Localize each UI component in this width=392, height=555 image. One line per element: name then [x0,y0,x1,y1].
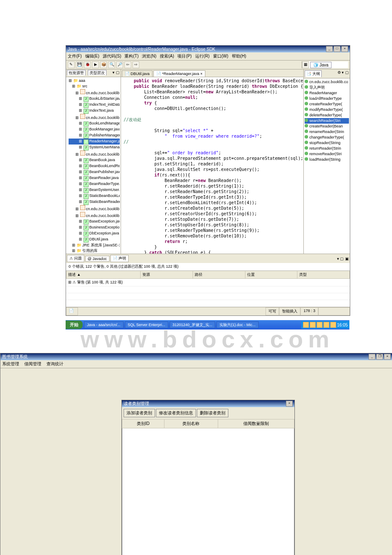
type-hierarchy-tab[interactable]: 类型层次 [88,70,107,75]
warnings-group[interactable]: ⊞ ⚠ 警告 (第 100 项, 共 122 项) [66,279,350,286]
tree-node[interactable]: ⊞ JBookLendManager.java [69,121,120,127]
declaration-tab[interactable]: 📄 声明 [110,255,129,262]
eclipse-menubar[interactable]: 文件(F)编辑(E)源代码(S)重构(T)浏览(N)搜索(A)项目(P)运行(R… [66,52,350,61]
restore-icon[interactable]: ❐ [376,354,383,360]
outline-item[interactable]: changeReaderType( [305,135,349,140]
outline-item[interactable]: deleteReaderType( [305,113,349,118]
new-icon[interactable]: ✎ [68,61,75,68]
column-header[interactable]: 类型 [297,271,350,279]
problems-view-menu-icon[interactable]: ▾ ▢ ▣ [337,257,349,261]
close-icon[interactable]: × [286,401,293,407]
tree-node[interactable]: ⊞ cn.edu.zucc.booklib.util [69,212,120,219]
column-header[interactable]: 位置 [245,271,297,279]
tree-node[interactable]: ⊞ JStaticBeanBookLend.java [69,193,120,199]
outline-item[interactable]: createReaderType( [305,101,349,107]
tree-node[interactable]: ⊞ JBeanPublisher.java [69,169,120,175]
editor-tabs[interactable]: 📄 DBUtil.java 📄 *ReaderManager.java × [121,69,303,77]
dialog-button[interactable]: 添加读者类别 [124,409,155,417]
outline-item[interactable]: stopReader(String [305,140,349,146]
dialog-button[interactable]: 删除读者类别 [197,409,228,417]
dialog-button[interactable]: 修改读者类别信息 [156,409,196,417]
outline-toolbar-icon[interactable]: ⚙ ▾ ▢ [337,70,349,77]
column-header[interactable]: 路径 [193,271,245,279]
tree-node[interactable]: ⊞ JIndexText.java [69,108,120,114]
column-header[interactable]: 借阅数量限制 [218,419,294,428]
reader-type-dialog[interactable]: 读者类别管理 × 添加读者类别修改读者类别信息删除读者类别 类别ID类别名称借阅… [121,400,295,555]
tree-node[interactable]: ⊞ JBeanBook.java [69,157,120,163]
search-icon[interactable]: 🔎 [116,61,123,68]
tree-node[interactable]: ⊞ 📁 src [69,84,120,89]
tree-node[interactable]: ⊞ JBeanBookLendRecord.java [69,163,120,169]
problems-tab[interactable]: ⚠ 问题 [67,255,84,262]
minimize-icon[interactable]: _ [369,354,375,360]
booklib-titlebar[interactable]: 图书管理系统 _ ❐ × [0,353,392,360]
tree-node[interactable]: ⊞ JBeanSystemUser.java [69,187,120,193]
menu-item[interactable]: 查询统计 [46,361,63,366]
package-icon[interactable]: 📦 [100,61,107,68]
outline-item[interactable]: removeReader(Stri [305,151,349,157]
minimize-icon[interactable]: _ [326,46,333,52]
menu-item[interactable]: 项目(P) [177,54,191,58]
debug-icon[interactable]: 🐞 [84,61,91,68]
editor-tab[interactable]: 📄 *ReaderManager.java × [153,70,205,77]
menu-item[interactable]: 窗口(W) [213,54,228,58]
tree-node[interactable]: ⊞ JSystemUserManager.java [69,145,120,150]
column-header[interactable]: 描述 ▲ [66,271,141,279]
nav-fwd-icon[interactable]: ⇨ [133,61,139,68]
tree-node[interactable]: ⊞ 📁 引用的库 [69,248,120,254]
tree-node[interactable]: ⊞ JBeanReaderType.java [69,181,120,187]
code-editor[interactable]: public void removeReader(String id,Strin… [121,77,303,254]
outline-view[interactable]: 📑 大纲 ⚙ ▾ ▢ cn.edu.zucc.booklib.co导入声明Rea… [303,69,350,254]
tree-node[interactable]: ⊞ 📁 JRE 系统库 [JavaSE-1.6] [69,243,120,248]
start-button[interactable]: 开始 [66,321,83,329]
maximize-icon[interactable]: □ [334,46,340,52]
close-icon[interactable]: × [384,354,391,360]
outline-tab[interactable]: 📑 大纲 [305,70,322,77]
column-header[interactable]: 类别ID [122,419,164,428]
tree-node[interactable]: ⊞ cn.edu.zucc.booklib.ui [69,205,120,212]
outline-item[interactable]: loadAllReaderType [305,96,349,101]
save-icon[interactable]: 💾 [76,61,83,68]
tree-node[interactable]: ⊞ cn.edu.zucc.booklib [69,89,120,96]
javadoc-tab[interactable]: @ Javadoc [85,256,110,262]
menu-item[interactable]: 运行(R) [195,54,210,58]
menu-item[interactable]: 借阅管理 [24,361,41,366]
nav-back-icon[interactable]: ⇦ [124,61,131,68]
menu-item[interactable]: 浏览(N) [142,54,156,58]
column-header[interactable]: 类别名称 [164,419,218,428]
tree-node[interactable]: ⊞ JReaderManager.java [69,139,120,145]
tree-node[interactable]: ⊞ JDbException.java [69,231,120,237]
package-explorer-view[interactable]: 包资源管 类型层次 ▾ ▢ ⊞ 📁 aaa⊞ 📁 src⊞ cn.edu.zuc… [66,69,121,254]
menu-item[interactable]: 文件(F) [68,54,82,58]
java-perspective-button[interactable]: 🧊 Java [310,62,331,68]
tree-node[interactable]: ⊞ JDBUtil.java [69,237,120,243]
outline-item[interactable]: createReader(Bean [305,124,349,129]
menu-item[interactable]: 帮助(H) [232,54,246,58]
booklib-menubar[interactable]: 系统管理借阅管理查询统计 [0,360,392,368]
open-type-icon[interactable]: 🔍 [108,61,115,68]
reader-type-table-body[interactable] [122,428,294,555]
menu-item[interactable]: 编辑(E) [85,54,99,58]
eclipse-titlebar[interactable]: Java - aaa/src/cn/edu/zucc/booklib/contr… [66,46,350,52]
outline-item[interactable]: searchReader(Stri [305,118,349,124]
outline-item[interactable]: returnReader(Strin [305,146,349,151]
menu-item[interactable]: 重构(T) [124,54,138,58]
menu-item[interactable]: 系统管理 [2,361,19,366]
open-perspective-icon[interactable]: ▦ [302,61,309,68]
tree-node[interactable]: ⊞ cn.edu.zucc.booklib.model [69,150,120,157]
menu-item[interactable]: 源代码(S) [103,54,121,58]
outline-item[interactable]: modifyReaderType( [305,107,349,113]
tree-node[interactable]: ⊞ JIndexText_initData.java [69,102,120,108]
close-icon[interactable]: × [341,46,348,52]
outline-item[interactable]: loadReader(String [305,157,349,162]
tree-node[interactable]: ⊞ JBookLibStarter.java [69,96,120,102]
outline-item[interactable]: ReaderManager [305,90,349,96]
problems-view[interactable]: ⚠ 问题 @ Javadoc 📄 声明 ▾ ▢ ▣ 0 个错误, 122 个警告… [66,254,350,307]
tree-node[interactable]: ⊞ JBaseException.java [69,219,120,225]
outline-item[interactable]: 导入声明 [305,85,349,90]
tree-node[interactable]: ⊞ JBookManager.java [69,127,120,133]
eclipse-toolbar[interactable]: ✎ 💾 🐞 ▶ 📦 🔍 🔎 ⇦ ⇨ ▦ 🧊 Java [66,61,350,69]
outline-item[interactable]: cn.edu.zucc.booklib.co [305,79,349,85]
tree-node[interactable]: ⊞ cn.edu.zucc.booklib.control [69,114,120,121]
tree-node[interactable]: ⊞ JBusinessException.java [69,225,120,231]
